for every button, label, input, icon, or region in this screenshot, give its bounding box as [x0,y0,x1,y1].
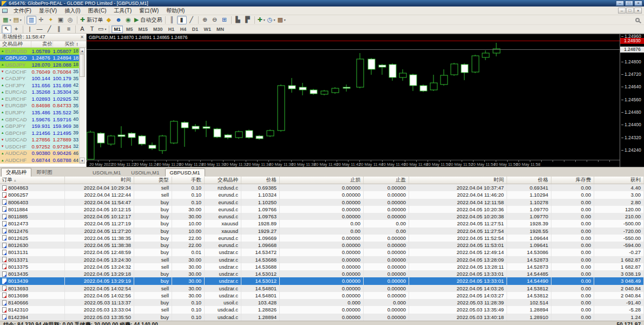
market-watch-tab-0[interactable]: 交易品种 [1,168,31,177]
chart-tab-0[interactable]: USOILm,M1 [88,168,126,177]
column-symbol[interactable]: 交易品种 [0,41,31,47]
market-watch-row[interactable]: ▲GBPJPY159.931159.96938 [0,122,79,129]
market-watch-row[interactable]: ▲GBPCAD1.596761.5971640 [0,116,79,123]
orders-column-2[interactable]: 类型 [134,177,172,184]
text-label-button[interactable]: T [87,25,97,34]
market-watch-row[interactable]: ▲EURCHF1.028931.0292532 [0,95,79,102]
orders-column-1[interactable]: 时间 [65,177,134,184]
table-row[interactable]: 80124762022.04.05 11:27:20buy10.00xauusd… [0,227,644,235]
time-axis[interactable]: 20 May 202220 May 11:2220 May 11:2420 Ma… [87,160,620,167]
periods-button[interactable]: ◷▾ [266,16,277,24]
timeframe-m15[interactable]: M15 [136,25,150,33]
orders-column-4[interactable]: 交易品种 [205,177,241,184]
market-watch-row[interactable]: ▼EURGBP0.846980.8473335 [0,102,79,109]
navigator-button[interactable]: ✦ [46,16,56,24]
column-ask[interactable]: 买价 [53,41,75,47]
market-watch-scrollbar[interactable]: ▲ ▼ [79,48,85,164]
market-watch-row[interactable]: ▼USDCHF0.972520.9728432 [0,143,79,150]
menu-item-4[interactable]: 工具(T) [110,6,135,15]
column-spread[interactable]: ! [75,41,79,47]
market-watch-button[interactable]: ▥ [27,16,36,24]
timeframe-m1[interactable]: M1 [111,25,123,33]
zoom-out-button[interactable]: ⊖ [210,16,220,24]
close-button[interactable]: × [634,1,642,6]
orders-column-9[interactable]: 价格 [507,177,551,184]
minimize-button[interactable]: – [616,1,624,6]
orders-column-5[interactable]: 价格 [241,177,280,184]
menu-item-2[interactable]: 插入(I) [61,6,84,15]
metaeditor-button[interactable]: ◆ [104,16,114,24]
table-row[interactable]: 81423102022.05.03 13:33:04sell0.10usdcad… [0,306,644,313]
table-row[interactable]: 81423942022.05.03 13:35:50buy0.10usdcad.… [0,314,644,321]
scrollbar-thumb[interactable] [80,54,85,77]
arrange-horizontal-button[interactable]: ▙ [233,16,243,24]
profiles-button[interactable]: ▤▾ [12,16,22,24]
zoom-in-button[interactable]: ⊕ [200,16,210,24]
data-window-button[interactable]: ✛ [36,16,46,24]
new-order-button[interactable]: ✚新订单 [79,16,104,24]
vertical-line-button[interactable]: | [25,25,35,34]
table-row[interactable]: 80062572022.04.04 11:22:44sell0.10eurusd… [0,191,644,198]
orders-column-7[interactable]: 止盈 [364,177,409,184]
autotrading-button[interactable]: ▶自动交易 [133,16,163,24]
bar-chart-button[interactable]: ║ [167,16,177,24]
shapes-button[interactable]: ▭▾ [97,25,107,34]
column-bid[interactable]: 卖价 [31,41,53,47]
timeframe-mn[interactable]: MN [214,25,226,33]
table-row[interactable]: 80136982022.04.05 14:02:56sell30.00usdza… [0,292,644,299]
orders-column-3[interactable]: 手数 [172,177,205,184]
orders-column-11[interactable]: 获利 [594,177,644,184]
table-row[interactable]: 81406662022.05.03 11:13:37buy0.10usoil.c… [0,299,644,306]
trendline-button[interactable]: ╱ [44,25,54,34]
table-row[interactable]: 80118842022.04.05 10:12:15buy30.00eurusd… [0,206,644,213]
timeframe-w1[interactable]: W1 [201,25,213,33]
market-watch-row[interactable]: ▼CADCHF0.760490.7608435 [0,68,79,75]
horizontal-line-button[interactable]: — [35,25,44,34]
chart-system-icon[interactable] [2,9,8,13]
timeframe-m5[interactable]: M5 [124,25,135,33]
search-icon[interactable] [635,18,640,22]
table-row[interactable]: 80126302022.04.05 11:38:38buy22.00eurusd… [0,242,644,249]
cursor-button[interactable]: ↖ [2,25,11,34]
equidistant-channel-button[interactable]: ∥ [54,25,64,34]
market-watch-row[interactable]: ▲AUDCAD0.903800.9042646 [0,150,79,157]
menu-item-0[interactable]: 文件(F) [10,6,35,15]
chart-panel[interactable]: GBPUSD,M1 1.24870 1.24891 1.24865 1.2487… [87,34,644,167]
table-row[interactable]: 80118852022.04.05 10:12:17buy30.00eurusd… [0,213,644,220]
arrange-vertical-button[interactable]: ▛ [243,16,253,24]
table-row[interactable]: 80048632022.04.04 10:29:34sell0.10nzdusd… [0,184,644,191]
timeframe-m30[interactable]: M30 [151,25,165,33]
table-row[interactable]: 80124732022.04.05 11:27:19buy10.00xauusd… [0,220,644,227]
candlestick-chart-button[interactable]: ▮ [177,16,187,24]
orders-column-10[interactable]: 库存费 [551,177,594,184]
market-watch-row[interactable]: ▼CADJPY100.144100.17935 [0,75,79,82]
mdi-minimize-button[interactable]: – [618,8,626,14]
table-row[interactable]: 80133712022.04.05 13:24:30sell30.00usdza… [0,256,644,263]
price-scale[interactable]: 1.24930 1.24876 1.249601.248801.248001.2… [620,34,644,167]
menu-item-5[interactable]: 窗口(W) [135,6,162,15]
table-row[interactable]: 80131312022.04.05 12:48:59buy0.01usdzar.… [0,249,644,256]
menu-item-3[interactable]: 图表(C) [84,6,110,15]
terminal-button[interactable]: ▣ [56,16,65,24]
scroll-down-icon[interactable]: ▼ [80,158,85,164]
indicators-button[interactable]: ✚▾ [257,16,266,24]
menu-item-6[interactable]: 帮助(H) [162,6,188,15]
market-watch-row[interactable]: ▲EURUSD1.057891.0580718 [0,48,79,55]
maximize-button[interactable]: □ [625,1,633,6]
table-row[interactable]: 80136932022.04.05 14:02:54sell30.00usdza… [0,285,644,292]
timeframe-d1[interactable]: D1 [189,25,200,33]
mdi-restore-button[interactable]: □ [626,8,634,14]
chart-tab-2[interactable]: GBPUSD,M1 [165,168,205,177]
crosshair-button[interactable]: + [11,25,21,34]
close-icon[interactable]: ✕ [80,35,84,40]
strategy-tester-button[interactable]: ◎ [65,16,75,24]
market-watch-row[interactable]: ▲EURJPY135.486135.52236 [0,109,79,116]
market-watch-row[interactable]: ▲GBPCHF1.214561.2149539 [0,129,79,136]
market-watch-row[interactable]: ▲GBPUSD1.248761.2489418 [0,55,79,62]
line-chart-button[interactable]: ╱ [187,16,196,24]
table-row[interactable]: 80133752022.04.05 13:24:32sell30.00usdza… [0,263,644,270]
chart-tab-1[interactable]: USOILm,M1 [126,168,164,177]
market-watch-row[interactable]: ▲CHFJPY131.656131.69842 [0,82,79,89]
expert-advisors-button[interactable]: ☻ [114,16,123,24]
fibonacci-button[interactable]: ≡ [64,25,74,34]
